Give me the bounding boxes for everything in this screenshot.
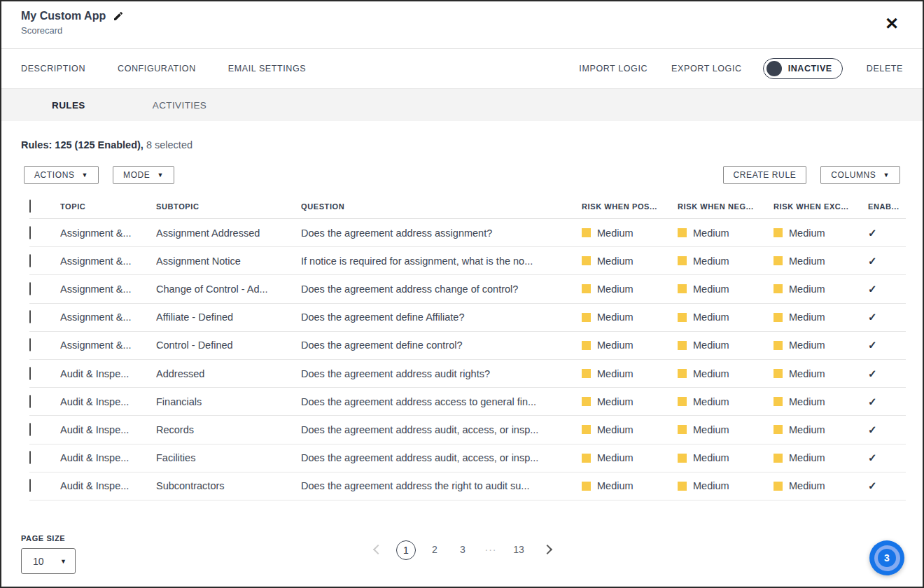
- risk-level-swatch-icon: [582, 482, 591, 491]
- create-rule-button[interactable]: CREATE RULE: [723, 166, 807, 184]
- export-logic-button[interactable]: EXPORT LOGIC: [671, 64, 742, 74]
- cell-risk-exc: Medium: [774, 480, 868, 491]
- enabled-check-icon: ✓: [868, 255, 907, 267]
- row-checkbox[interactable]: [29, 423, 31, 436]
- close-icon[interactable]: ✕: [885, 15, 899, 32]
- cell-topic: Audit & Inspe...: [60, 452, 156, 463]
- risk-level-label: Medium: [693, 396, 729, 407]
- page-number[interactable]: 2: [426, 540, 444, 559]
- table-row: Assignment &...Change of Control - Ad...…: [29, 275, 906, 303]
- cell-risk-pos: Medium: [582, 284, 678, 295]
- tab-email-settings[interactable]: EMAIL SETTINGS: [228, 64, 306, 74]
- table-body: Assignment &...Assignment AddressedDoes …: [29, 219, 906, 500]
- enabled-check-icon: ✓: [868, 227, 907, 239]
- column-header-risk-negative[interactable]: RISK WHEN NEG...: [678, 202, 774, 211]
- cell-topic: Audit & Inspe...: [60, 424, 156, 435]
- risk-level-label: Medium: [693, 312, 729, 323]
- cell-topic: Audit & Inspe...: [60, 396, 156, 407]
- risk-level-swatch-icon: [774, 284, 783, 293]
- row-checkbox[interactable]: [29, 479, 31, 492]
- column-header-risk-positive[interactable]: RISK WHEN POS...: [582, 202, 678, 211]
- page-number[interactable]: 1: [396, 540, 416, 560]
- badge-count: 3: [878, 549, 896, 567]
- cell-subtopic: Financials: [156, 396, 301, 407]
- risk-level-label: Medium: [789, 255, 825, 267]
- enabled-check-icon: ✓: [868, 368, 907, 380]
- page-title: My Custom App: [21, 10, 106, 22]
- cell-risk-neg: Medium: [678, 396, 774, 407]
- toggle-knob-icon: [766, 61, 782, 76]
- select-all-checkbox[interactable]: [29, 200, 31, 213]
- table-header-row: TOPIC SUBTOPIC QUESTION RISK WHEN POS...…: [29, 194, 906, 219]
- risk-level-label: Medium: [693, 480, 729, 491]
- columns-dropdown[interactable]: COLUMNS ▼: [820, 166, 900, 184]
- chevron-down-icon: ▼: [157, 172, 164, 178]
- risk-level-swatch-icon: [774, 256, 783, 265]
- tab-configuration[interactable]: CONFIGURATION: [118, 64, 196, 74]
- risk-level-label: Medium: [597, 424, 634, 435]
- row-checkbox[interactable]: [29, 338, 31, 351]
- cell-question: Does the agreement address audit, access…: [301, 424, 582, 435]
- column-header-question[interactable]: QUESTION: [301, 202, 582, 211]
- edit-pencil-icon[interactable]: [113, 10, 124, 22]
- notification-badge[interactable]: 3: [869, 540, 904, 575]
- risk-level-label: Medium: [693, 227, 729, 239]
- page-number[interactable]: 13: [510, 540, 528, 559]
- row-checkbox[interactable]: [29, 451, 31, 464]
- row-checkbox[interactable]: [29, 226, 31, 239]
- cell-question: Does the agreement address change of con…: [301, 284, 582, 295]
- cell-risk-exc: Medium: [774, 424, 868, 435]
- risk-level-swatch-icon: [678, 284, 687, 293]
- cell-risk-neg: Medium: [678, 424, 774, 435]
- chevron-down-icon: ▼: [883, 172, 890, 178]
- cell-risk-exc: Medium: [774, 227, 868, 239]
- cell-question: Does the agreement address assignment?: [301, 227, 582, 239]
- subtab-activities[interactable]: ACTIVITIES: [153, 100, 207, 111]
- cell-topic: Assignment &...: [60, 340, 156, 351]
- cell-subtopic: Change of Control - Ad...: [156, 284, 301, 295]
- cell-risk-pos: Medium: [582, 424, 678, 435]
- mode-dropdown[interactable]: MODE ▼: [113, 166, 174, 184]
- risk-level-swatch-icon: [774, 425, 783, 434]
- badge-ring: 3: [874, 545, 900, 571]
- risk-level-swatch-icon: [582, 256, 591, 265]
- row-checkbox[interactable]: [29, 395, 31, 408]
- cell-risk-pos: Medium: [582, 255, 678, 267]
- previous-page-icon[interactable]: [368, 541, 386, 559]
- risk-level-swatch-icon: [582, 313, 591, 322]
- import-logic-button[interactable]: IMPORT LOGIC: [579, 64, 648, 74]
- subtab-rules[interactable]: RULES: [52, 100, 85, 111]
- status-toggle[interactable]: INACTIVE: [763, 58, 843, 79]
- enabled-check-icon: ✓: [868, 424, 907, 436]
- cell-risk-neg: Medium: [678, 368, 774, 379]
- enabled-check-icon: ✓: [868, 311, 907, 323]
- risk-level-label: Medium: [789, 340, 825, 351]
- risk-level-label: Medium: [597, 368, 634, 379]
- enabled-check-icon: ✓: [868, 396, 907, 408]
- row-checkbox[interactable]: [29, 367, 31, 380]
- cell-subtopic: Records: [156, 424, 301, 435]
- toolbar: ACTIONS ▼ MODE ▼ CREATE RULE COLUMNS ▼: [1, 150, 923, 194]
- risk-level-label: Medium: [693, 284, 729, 295]
- page-number[interactable]: 3: [454, 540, 472, 559]
- row-checkbox[interactable]: [29, 282, 31, 295]
- risk-level-label: Medium: [789, 312, 825, 323]
- app-header: My Custom App Scorecard ✕: [1, 1, 923, 49]
- delete-button[interactable]: DELETE: [867, 64, 903, 74]
- selected-count: 8 selected: [146, 139, 192, 150]
- risk-level-swatch-icon: [774, 228, 783, 237]
- column-header-subtopic[interactable]: SUBTOPIC: [156, 202, 301, 211]
- row-checkbox[interactable]: [29, 254, 31, 267]
- next-page-icon[interactable]: [538, 541, 556, 559]
- enabled-check-icon: ✓: [868, 479, 907, 492]
- cell-risk-exc: Medium: [774, 312, 868, 323]
- columns-label: COLUMNS: [831, 170, 876, 180]
- actions-dropdown[interactable]: ACTIONS ▼: [24, 166, 99, 184]
- risk-level-label: Medium: [597, 227, 634, 239]
- tab-description[interactable]: DESCRIPTION: [21, 64, 85, 74]
- column-header-risk-exception[interactable]: RISK WHEN EXC...: [774, 202, 868, 211]
- row-checkbox[interactable]: [29, 310, 31, 323]
- column-header-enabled[interactable]: ENAB...: [868, 202, 907, 211]
- risk-level-swatch-icon: [774, 313, 783, 322]
- column-header-topic[interactable]: TOPIC: [60, 202, 156, 211]
